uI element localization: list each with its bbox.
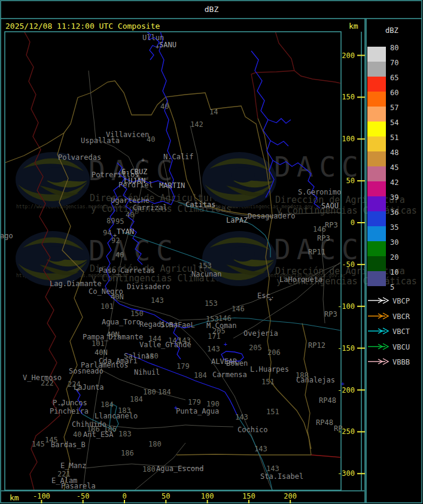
place-label: SANU — [159, 41, 176, 48]
road-number-label: 101 — [101, 303, 114, 310]
road-number-label: 143 — [266, 465, 279, 472]
bottom-axis-tick-label: 200 — [284, 493, 297, 500]
colorbar-block — [367, 196, 386, 211]
vbcp-arrow-icon — [367, 297, 390, 304]
colorbar-label: 51 — [390, 134, 408, 141]
colorbar-label: 54 — [390, 119, 408, 126]
road-number-label: 143 — [207, 345, 220, 353]
right-axis-tick-label: 50 — [336, 177, 355, 184]
road-number-label: 40 — [73, 431, 81, 438]
place-label: Pincheira — [50, 408, 89, 415]
road-number-label: 221 — [57, 470, 71, 478]
colorbar-block — [367, 271, 386, 286]
vector-label: VBCT — [392, 328, 410, 335]
road-number-label: 151 — [261, 378, 275, 385]
colorbar-block — [367, 107, 386, 122]
road-number-label: 150 — [130, 310, 144, 317]
place-label: Carmensa — [212, 371, 247, 378]
place-label: L.Huarpes — [250, 366, 289, 373]
place-label: TYAN — [117, 228, 134, 235]
bottom-axis-tick-label: 0 — [122, 493, 126, 500]
route-label: RP48 — [316, 419, 333, 426]
road-number-label: 143 — [178, 337, 191, 344]
right-axis-tick-label: -50 — [336, 261, 355, 268]
road-number-label: 40 — [126, 211, 134, 218]
road-number-label: 180 — [142, 466, 156, 473]
bottom-axis-tick-label: -50 — [77, 493, 90, 500]
route-label: RP48 — [319, 397, 336, 404]
place-label: Paso_Carretas — [99, 267, 155, 274]
place-label: Polvaredas — [58, 154, 101, 161]
road-number-label: 179 — [176, 363, 190, 370]
colorbar-block — [367, 77, 386, 92]
colorbar-block — [367, 226, 386, 241]
road-number-label: 143 — [151, 297, 164, 304]
colorbar-label: 42 — [390, 179, 408, 186]
right-axis-tick-label: 100 — [336, 135, 355, 142]
station-marker: + — [341, 381, 345, 387]
colorbar-label: 35 — [390, 224, 408, 231]
place-label: Lag.Diamante — [50, 280, 102, 287]
colorbar-block — [367, 92, 386, 107]
right-axis-tick-label: -300 — [336, 470, 355, 477]
place-label: LaPAZ — [226, 217, 248, 224]
colorbar-label: 57 — [390, 104, 408, 111]
right-axis-tick-label: 150 — [336, 93, 355, 101]
colorbar-title: dBZ — [385, 27, 398, 34]
route-label: 40N — [111, 293, 124, 300]
vbcr-arrow-icon — [367, 312, 390, 320]
road-number-label: 205 — [212, 327, 226, 335]
road-number-label: 190 — [206, 400, 220, 408]
route-label: RP — [334, 425, 342, 432]
road-number-label: 153 — [199, 262, 212, 269]
place-label: Sta.Isabel — [260, 473, 303, 480]
station-marker: + — [113, 233, 117, 239]
place-label: ago — [0, 232, 13, 239]
place-label: Nihuil — [134, 369, 160, 376]
route-label: RP3 — [325, 221, 338, 229]
colorbar-label: 36 — [390, 209, 408, 216]
colorbar-block — [367, 151, 386, 166]
road-number-label: 179 — [188, 399, 201, 406]
colorbar-block — [367, 241, 386, 256]
place-label: S.Geronimo — [298, 189, 341, 196]
bottom-axis-tick-label: 150 — [242, 493, 255, 500]
road-number-label: 184 — [101, 401, 114, 408]
bottom-axis-tick-label: 50 — [162, 493, 170, 500]
vbbb-arrow-icon — [367, 358, 390, 365]
road-number-label: 95 — [115, 218, 124, 225]
colorbar-label: 30 — [390, 239, 408, 246]
road-number-label: 145 — [45, 436, 58, 444]
road-number-label: 40 — [160, 103, 169, 110]
road-number-label: 144 — [148, 335, 162, 342]
road-number-label: 14 — [209, 108, 218, 116]
road-number-label: 186 — [87, 426, 100, 433]
place-label: G.CRUZ — [121, 168, 147, 175]
road-number-label: 183 — [118, 430, 132, 438]
road-number-label: 180 — [148, 441, 162, 448]
road-number-label: 146 — [313, 226, 326, 233]
road-number-label: 151 — [266, 408, 279, 415]
vbct-arrow-icon — [367, 327, 390, 335]
colorbar-label: 45 — [390, 164, 408, 171]
place-label: Llancanelo — [95, 412, 138, 420]
route-label: RP3 — [324, 311, 337, 318]
colorbar-label: 20 — [390, 254, 408, 261]
road-number-label: 184 — [158, 388, 171, 396]
vector-label: VBCR — [392, 313, 410, 320]
road-number-label: 206 — [267, 349, 281, 356]
place-label: Desaguadero — [248, 212, 295, 220]
station-marker: + — [60, 402, 64, 408]
colorbar-label: 5 — [390, 284, 408, 291]
vector-label: VBCU — [392, 344, 410, 351]
road-number-label: 184 — [194, 372, 207, 379]
colorbar-block — [367, 62, 386, 77]
place-label: Bowen — [226, 360, 248, 367]
route-label: 40N — [106, 331, 120, 338]
axis-ticks — [0, 0, 423, 504]
road-number-label: 94 — [103, 229, 111, 236]
place-label: N.Calif — [163, 153, 194, 160]
colorbar-label: 80 — [390, 44, 408, 51]
route-label: 40N — [95, 349, 108, 356]
road-number-label: 146 — [218, 315, 232, 322]
